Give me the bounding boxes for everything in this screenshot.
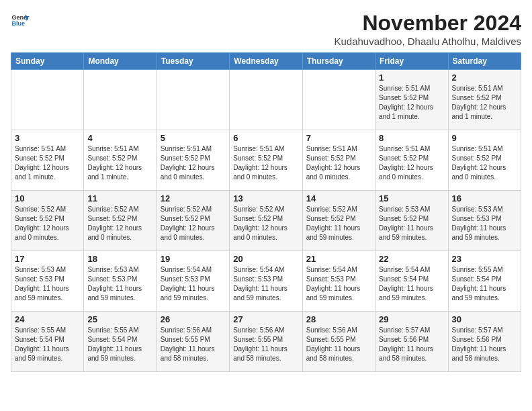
day-info: Sunrise: 5:54 AMSunset: 5:53 PMDaylight:… — [161, 265, 226, 303]
day-cell: 6Sunrise: 5:51 AMSunset: 5:52 PMDaylight… — [230, 130, 302, 191]
day-info: Sunrise: 5:51 AMSunset: 5:52 PMDaylight:… — [87, 144, 152, 182]
day-number: 6 — [233, 133, 298, 143]
day-cell: 14Sunrise: 5:52 AMSunset: 5:52 PMDayligh… — [302, 191, 375, 251]
day-info: Sunrise: 5:51 AMSunset: 5:52 PMDaylight:… — [233, 144, 298, 182]
day-number: 27 — [233, 314, 298, 324]
day-info: Sunrise: 5:54 AMSunset: 5:54 PMDaylight:… — [379, 265, 444, 303]
day-number: 30 — [452, 314, 517, 324]
day-cell: 3Sunrise: 5:51 AMSunset: 5:52 PMDaylight… — [11, 130, 84, 191]
week-row-2: 3Sunrise: 5:51 AMSunset: 5:52 PMDaylight… — [11, 130, 521, 191]
day-number: 7 — [306, 133, 371, 143]
day-info: Sunrise: 5:51 AMSunset: 5:52 PMDaylight:… — [452, 144, 517, 182]
weekday-header-sunday: Sunday — [11, 53, 84, 70]
day-number: 2 — [452, 73, 517, 83]
day-cell: 28Sunrise: 5:56 AMSunset: 5:55 PMDayligh… — [302, 312, 375, 372]
day-number: 16 — [452, 193, 517, 203]
day-info: Sunrise: 5:52 AMSunset: 5:52 PMDaylight:… — [87, 205, 152, 242]
day-number: 25 — [87, 314, 152, 324]
day-number: 17 — [15, 254, 80, 264]
day-info: Sunrise: 5:51 AMSunset: 5:52 PMDaylight:… — [452, 84, 517, 122]
day-cell: 5Sunrise: 5:51 AMSunset: 5:52 PMDaylight… — [157, 130, 229, 191]
svg-text:Blue: Blue — [11, 20, 25, 27]
logo-icon: General Blue — [11, 11, 30, 30]
page-header: General Blue November 2024 Kudahuvadhoo,… — [11, 11, 521, 47]
day-cell: 9Sunrise: 5:51 AMSunset: 5:52 PMDaylight… — [448, 130, 521, 191]
day-number: 26 — [161, 314, 226, 324]
day-cell — [302, 70, 375, 130]
day-cell: 19Sunrise: 5:54 AMSunset: 5:53 PMDayligh… — [157, 251, 229, 312]
day-cell: 13Sunrise: 5:52 AMSunset: 5:52 PMDayligh… — [230, 191, 302, 251]
day-cell: 17Sunrise: 5:53 AMSunset: 5:53 PMDayligh… — [11, 251, 84, 312]
weekday-header-tuesday: Tuesday — [157, 53, 229, 70]
day-cell: 16Sunrise: 5:53 AMSunset: 5:53 PMDayligh… — [448, 191, 521, 251]
day-info: Sunrise: 5:56 AMSunset: 5:55 PMDaylight:… — [306, 326, 371, 363]
day-cell: 15Sunrise: 5:53 AMSunset: 5:52 PMDayligh… — [375, 191, 448, 251]
day-number: 5 — [161, 133, 226, 143]
day-number: 10 — [15, 193, 80, 203]
day-cell: 12Sunrise: 5:52 AMSunset: 5:52 PMDayligh… — [157, 191, 229, 251]
day-number: 14 — [306, 193, 371, 203]
day-info: Sunrise: 5:51 AMSunset: 5:52 PMDaylight:… — [379, 144, 444, 182]
day-number: 24 — [15, 314, 80, 324]
weekday-header-monday: Monday — [84, 53, 157, 70]
day-cell: 2Sunrise: 5:51 AMSunset: 5:52 PMDaylight… — [448, 70, 521, 130]
day-info: Sunrise: 5:51 AMSunset: 5:52 PMDaylight:… — [15, 144, 80, 182]
day-cell — [157, 70, 229, 130]
logo: General Blue — [11, 11, 30, 30]
day-number: 20 — [233, 254, 298, 264]
day-cell: 11Sunrise: 5:52 AMSunset: 5:52 PMDayligh… — [84, 191, 157, 251]
day-cell: 30Sunrise: 5:57 AMSunset: 5:56 PMDayligh… — [448, 312, 521, 372]
weekday-header-wednesday: Wednesday — [230, 53, 302, 70]
day-info: Sunrise: 5:53 AMSunset: 5:53 PMDaylight:… — [452, 205, 517, 242]
day-cell: 8Sunrise: 5:51 AMSunset: 5:52 PMDaylight… — [375, 130, 448, 191]
day-info: Sunrise: 5:57 AMSunset: 5:56 PMDaylight:… — [379, 326, 444, 363]
day-cell: 25Sunrise: 5:55 AMSunset: 5:54 PMDayligh… — [84, 312, 157, 372]
weekday-header-thursday: Thursday — [302, 53, 375, 70]
day-info: Sunrise: 5:51 AMSunset: 5:52 PMDaylight:… — [306, 144, 371, 182]
day-cell: 26Sunrise: 5:56 AMSunset: 5:55 PMDayligh… — [157, 312, 229, 372]
month-title: November 2024 — [334, 11, 521, 36]
weekday-header-friday: Friday — [375, 53, 448, 70]
day-info: Sunrise: 5:56 AMSunset: 5:55 PMDaylight:… — [233, 326, 298, 363]
day-number: 9 — [452, 133, 517, 143]
day-cell: 4Sunrise: 5:51 AMSunset: 5:52 PMDaylight… — [84, 130, 157, 191]
day-info: Sunrise: 5:53 AMSunset: 5:52 PMDaylight:… — [379, 205, 444, 242]
location: Kudahuvadhoo, Dhaalu Atholhu, Maldives — [334, 36, 521, 47]
day-cell: 27Sunrise: 5:56 AMSunset: 5:55 PMDayligh… — [230, 312, 302, 372]
day-number: 8 — [379, 133, 444, 143]
day-number: 3 — [15, 133, 80, 143]
week-row-5: 24Sunrise: 5:55 AMSunset: 5:54 PMDayligh… — [11, 312, 521, 372]
day-number: 23 — [452, 254, 517, 264]
day-cell: 21Sunrise: 5:54 AMSunset: 5:53 PMDayligh… — [302, 251, 375, 312]
day-info: Sunrise: 5:54 AMSunset: 5:53 PMDaylight:… — [306, 265, 371, 303]
day-number: 1 — [379, 73, 444, 83]
day-cell: 22Sunrise: 5:54 AMSunset: 5:54 PMDayligh… — [375, 251, 448, 312]
day-info: Sunrise: 5:55 AMSunset: 5:54 PMDaylight:… — [87, 326, 152, 363]
day-number: 18 — [87, 254, 152, 264]
day-info: Sunrise: 5:52 AMSunset: 5:52 PMDaylight:… — [306, 205, 371, 242]
day-info: Sunrise: 5:51 AMSunset: 5:52 PMDaylight:… — [379, 84, 444, 122]
day-info: Sunrise: 5:53 AMSunset: 5:53 PMDaylight:… — [87, 265, 152, 303]
day-info: Sunrise: 5:52 AMSunset: 5:52 PMDaylight:… — [233, 205, 298, 242]
day-info: Sunrise: 5:55 AMSunset: 5:54 PMDaylight:… — [15, 326, 80, 363]
day-info: Sunrise: 5:54 AMSunset: 5:53 PMDaylight:… — [233, 265, 298, 303]
title-block: November 2024 Kudahuvadhoo, Dhaalu Athol… — [334, 11, 521, 47]
day-cell: 29Sunrise: 5:57 AMSunset: 5:56 PMDayligh… — [375, 312, 448, 372]
week-row-4: 17Sunrise: 5:53 AMSunset: 5:53 PMDayligh… — [11, 251, 521, 312]
day-cell: 20Sunrise: 5:54 AMSunset: 5:53 PMDayligh… — [230, 251, 302, 312]
week-row-1: 1Sunrise: 5:51 AMSunset: 5:52 PMDaylight… — [11, 70, 521, 130]
day-cell: 7Sunrise: 5:51 AMSunset: 5:52 PMDaylight… — [302, 130, 375, 191]
weekday-header-row: SundayMondayTuesdayWednesdayThursdayFrid… — [11, 53, 521, 70]
day-info: Sunrise: 5:53 AMSunset: 5:53 PMDaylight:… — [15, 265, 80, 303]
day-info: Sunrise: 5:55 AMSunset: 5:54 PMDaylight:… — [452, 265, 517, 303]
day-info: Sunrise: 5:56 AMSunset: 5:55 PMDaylight:… — [161, 326, 226, 363]
day-number: 19 — [161, 254, 226, 264]
day-info: Sunrise: 5:57 AMSunset: 5:56 PMDaylight:… — [452, 326, 517, 363]
day-cell — [84, 70, 157, 130]
calendar-table: SundayMondayTuesdayWednesdayThursdayFrid… — [11, 52, 521, 372]
day-number: 22 — [379, 254, 444, 264]
day-info: Sunrise: 5:51 AMSunset: 5:52 PMDaylight:… — [161, 144, 226, 182]
day-cell: 18Sunrise: 5:53 AMSunset: 5:53 PMDayligh… — [84, 251, 157, 312]
day-number: 28 — [306, 314, 371, 324]
week-row-3: 10Sunrise: 5:52 AMSunset: 5:52 PMDayligh… — [11, 191, 521, 251]
